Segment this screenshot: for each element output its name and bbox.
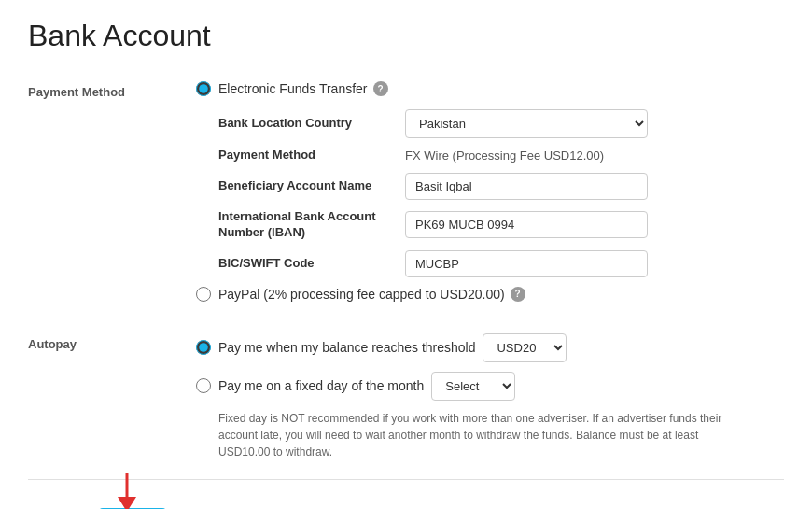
threshold-radio[interactable] [196,340,211,355]
bic-label: BIC/SWIFT Code [218,256,405,272]
threshold-row: Pay me when my balance reaches threshold… [196,333,784,362]
payment-method-value-row: Payment Method FX Wire (Processing Fee U… [218,148,784,163]
threshold-select[interactable]: USD10 USD20 USD50 USD100 [483,333,567,362]
autopay-content: Pay me when my balance reaches threshold… [196,333,784,460]
payment-method-content: Electronic Funds Transfer ? Bank Locatio… [196,81,784,315]
payment-method-section: Payment Method Electronic Funds Transfer… [28,81,784,315]
payment-method-label: Payment Method [28,81,196,315]
payment-method-sub-label: Payment Method [218,148,405,163]
bank-location-label: Bank Location Country [218,116,405,132]
bic-row: BIC/SWIFT Code [218,250,784,277]
beneficiary-input[interactable] [405,173,648,200]
eft-label[interactable]: Electronic Funds Transfer [218,81,368,96]
eft-radio[interactable] [196,81,211,96]
bic-input[interactable] [405,250,648,277]
fixed-day-select[interactable]: Select 1 5 10 15 20 25 [431,372,515,401]
fixed-day-label[interactable]: Pay me on a fixed day of the month [218,378,424,393]
paypal-radio[interactable] [196,287,211,302]
threshold-label[interactable]: Pay me when my balance reaches threshold [218,340,475,355]
beneficiary-label: Beneficiary Account Name [218,178,405,194]
autopay-section: Autopay Pay me when my balance reaches t… [28,333,784,460]
payment-method-value: FX Wire (Processing Fee USD12.00) [405,148,784,163]
eft-sub-fields: Bank Location Country Pakistan United St… [218,109,784,277]
iban-input[interactable] [405,211,648,238]
paypal-help-icon[interactable]: ? [511,287,525,302]
eft-help-icon[interactable]: ? [373,81,388,96]
iban-label: International Bank Account Number (IBAN) [218,209,405,241]
iban-row: International Bank Account Number (IBAN) [218,209,784,241]
bank-location-row: Bank Location Country Pakistan United St… [218,109,784,138]
autopay-note: Fixed day is NOT recommended if you work… [218,410,741,460]
beneficiary-row: Beneficiary Account Name [218,173,784,200]
bank-location-select[interactable]: Pakistan United States United Kingdom In… [405,109,648,138]
paypal-label[interactable]: PayPal (2% processing fee capped to USD2… [218,287,505,302]
arrow-hint-icon [108,471,155,509]
fixed-day-row: Pay me on a fixed day of the month Selec… [196,372,784,401]
footer-actions: Cancel Save [28,499,784,509]
paypal-radio-row: PayPal (2% processing fee capped to USD2… [196,287,784,302]
fixed-day-radio[interactable] [196,378,211,393]
footer-divider [28,479,784,480]
page-title: Bank Account [28,19,784,53]
eft-radio-row: Electronic Funds Transfer ? [196,81,784,96]
autopay-label: Autopay [28,333,196,460]
